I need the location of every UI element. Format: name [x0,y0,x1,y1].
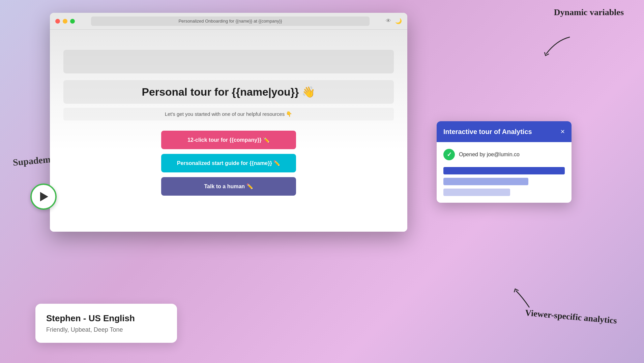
browser-window: Personalized Onboarding for {{name}} at … [50,13,407,232]
voice-description: Friendly, Upbeat, Deep Tone [46,326,166,333]
traffic-light-green[interactable] [70,19,75,24]
progress-bar-2 [443,178,528,185]
traffic-light-yellow[interactable] [63,19,67,24]
voice-name: Stephen - US English [46,313,166,324]
analytics-popup: Interactive tour of Analytics × ✓ Opened… [437,121,572,203]
main-heading: Personal tour for {{name|you}} 👋 [63,80,394,104]
browser-content: Personal tour for {{name|you}} 👋 Let's g… [50,30,407,232]
popup-title: Interactive tour of Analytics [443,128,532,136]
viewer-analytics-annotation: Viewer-specific analytics [525,307,617,326]
browser-titlebar: Personalized Onboarding for {{name}} at … [50,13,407,30]
eye-icon[interactable]: 👁 [386,18,391,24]
play-icon [40,192,48,201]
check-icon: ✓ [443,149,455,160]
moon-icon[interactable]: 🌙 [395,18,402,24]
popup-body: ✓ Opened by joe@lumin.co [437,142,572,203]
cta-buttons-container: 12-click tour for {{company}} ✏️ Persona… [161,131,296,196]
opened-by-row: ✓ Opened by joe@lumin.co [443,149,565,160]
browser-url-bar[interactable]: Personalized Onboarding for {{name}} at … [91,16,370,26]
sub-heading: Let's get you started with one of our he… [63,108,394,121]
progress-bar-1 [443,167,565,174]
progress-bars [443,167,565,196]
traffic-light-red[interactable] [55,19,60,24]
popup-close-button[interactable]: × [560,127,565,136]
start-guide-button[interactable]: Personalized start guide for {{name}} ✏️ [161,154,296,172]
dynamic-vars-annotation: Dynamic variables [554,7,624,18]
popup-header: Interactive tour of Analytics × [437,121,572,142]
talk-human-button[interactable]: Talk to a human ✏️ [161,177,296,196]
tour-button[interactable]: 12-click tour for {{company}} ✏️ [161,131,296,149]
browser-header-blur [63,50,394,73]
browser-toolbar-icons: 👁 🌙 [386,18,402,24]
play-button[interactable] [30,184,57,210]
opened-by-text: Opened by joe@lumin.co [459,152,520,158]
voice-card: Stephen - US English Friendly, Upbeat, D… [35,304,177,343]
progress-bar-3 [443,189,510,196]
